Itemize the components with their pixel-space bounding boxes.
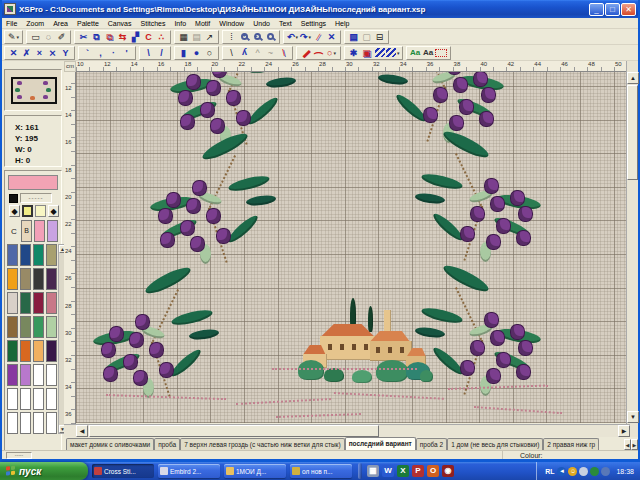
pattern-tab[interactable]: 2 правая ниж гр bbox=[543, 438, 599, 450]
thread-dashes-box[interactable]: ----- bbox=[20, 193, 52, 203]
menu-window[interactable]: Window bbox=[219, 20, 244, 27]
draw-pencil-tool[interactable]: ✎▾ bbox=[7, 31, 20, 43]
draw-pencil-tool-dropdown-icon[interactable]: ▾ bbox=[17, 31, 20, 43]
palette-color-swatch[interactable] bbox=[7, 412, 18, 434]
motif-rotate[interactable]: C bbox=[142, 31, 155, 43]
text-tool[interactable]: Aa bbox=[422, 47, 435, 59]
full-cross-stitch[interactable]: ✕ bbox=[7, 47, 20, 59]
menu-palette[interactable]: Palette bbox=[77, 20, 99, 27]
media-icon[interactable]: ◉ bbox=[442, 465, 454, 477]
menu-area[interactable]: Area bbox=[53, 20, 68, 27]
diamond-button-left[interactable]: ◆ bbox=[9, 205, 20, 217]
palette-color-swatch[interactable] bbox=[20, 268, 31, 290]
palette-c-label[interactable]: C bbox=[9, 227, 19, 236]
filled-bead[interactable]: ● bbox=[190, 47, 203, 59]
quarter-stitch-1[interactable]: ` bbox=[81, 47, 94, 59]
palette-color-swatch[interactable] bbox=[33, 268, 44, 290]
view-monitor[interactable]: ▦ bbox=[177, 31, 190, 43]
taskbar-button[interactable]: ол нов п... bbox=[290, 464, 352, 478]
select-rect-tool[interactable]: ▭ bbox=[29, 31, 42, 43]
palette-color-swatch[interactable] bbox=[20, 244, 31, 266]
palette-color-swatch[interactable] bbox=[20, 412, 31, 434]
palette-color-swatch[interactable] bbox=[7, 292, 18, 314]
undo-dropdown-icon[interactable]: ▾ bbox=[296, 31, 299, 43]
export-back[interactable]: ⊟ bbox=[373, 31, 386, 43]
quarter-stitch-2[interactable]: , bbox=[94, 47, 107, 59]
palette-header-swatch[interactable]: B bbox=[21, 220, 32, 242]
pattern-tab[interactable]: 1 дом (не весь для стыковки) bbox=[447, 438, 543, 450]
three-quarter-stitch-1[interactable]: ✗ bbox=[20, 47, 33, 59]
word-icon[interactable]: W bbox=[382, 465, 394, 477]
palette-color-swatch[interactable] bbox=[7, 340, 18, 362]
menu-motif[interactable]: Motif bbox=[195, 20, 210, 27]
taskbar-button[interactable]: Cross Sti... bbox=[92, 464, 154, 478]
palette-color-swatch[interactable] bbox=[7, 244, 18, 266]
palette-color-swatch[interactable] bbox=[20, 340, 31, 362]
select-lasso-tool[interactable]: ◌ bbox=[42, 31, 55, 43]
curve-wave[interactable]: ~ bbox=[264, 47, 277, 59]
menu-help[interactable]: Help bbox=[335, 20, 349, 27]
palette-color-swatch[interactable] bbox=[20, 364, 31, 386]
pattern-tab[interactable]: макет домик с оливочками bbox=[66, 438, 154, 450]
palette-color-swatch[interactable] bbox=[46, 364, 57, 386]
backstitch-red[interactable]: \ bbox=[277, 47, 290, 59]
menu-file[interactable]: File bbox=[6, 20, 17, 27]
palette-color-swatch[interactable] bbox=[20, 388, 31, 410]
palette-color-swatch[interactable] bbox=[46, 316, 57, 338]
undo[interactable]: ↶▾ bbox=[286, 31, 299, 43]
maximize-button[interactable]: □ bbox=[605, 3, 620, 16]
motif-paste[interactable]: ⧉ bbox=[103, 31, 116, 43]
language-indicator[interactable]: RL bbox=[545, 468, 554, 475]
pattern-tab[interactable]: проба bbox=[154, 438, 180, 450]
motif-resize[interactable]: ⇆ bbox=[116, 31, 129, 43]
scroll-right-icon[interactable]: ▶ bbox=[618, 425, 630, 437]
menu-text[interactable]: Text bbox=[279, 20, 292, 27]
palette-color-swatch[interactable] bbox=[33, 412, 44, 434]
palette-color-swatch[interactable] bbox=[46, 268, 57, 290]
stitch-canvas[interactable] bbox=[76, 72, 630, 423]
palette-color-swatch[interactable] bbox=[33, 292, 44, 314]
menu-zoom[interactable]: Zoom bbox=[26, 20, 44, 27]
yellow-selected-swatch[interactable] bbox=[22, 205, 33, 217]
pattern-select[interactable] bbox=[435, 47, 448, 59]
text-tool-color[interactable]: Aa bbox=[409, 47, 422, 59]
scroll-left-icon[interactable]: ◀ bbox=[76, 425, 88, 437]
menu-stitches[interactable]: Stitches bbox=[141, 20, 166, 27]
palette-color-swatch[interactable] bbox=[46, 388, 57, 410]
browser-icon[interactable]: O bbox=[427, 465, 439, 477]
pattern-tab-active[interactable]: последний вариант bbox=[345, 437, 416, 450]
redo-dropdown-icon[interactable]: ▾ bbox=[309, 31, 312, 43]
vertical-scroll-thumb[interactable] bbox=[627, 85, 638, 180]
palette-color-swatch[interactable] bbox=[20, 316, 31, 338]
open-bead[interactable]: ○ bbox=[203, 47, 216, 59]
bead-tool[interactable]: ▣ bbox=[360, 47, 373, 59]
pointer-arrow[interactable]: ↗ bbox=[203, 31, 216, 43]
network-icon[interactable] bbox=[579, 467, 588, 476]
pattern-tab[interactable]: 7 верхн левая гроздь (с частью ниж ветки… bbox=[180, 438, 344, 450]
minimize-button[interactable]: _ bbox=[589, 3, 604, 16]
calculator-icon[interactable]: ▦ bbox=[367, 465, 379, 477]
antivirus-icon[interactable] bbox=[590, 467, 599, 476]
excel-icon[interactable]: X bbox=[397, 465, 409, 477]
backstitch-black[interactable]: \ bbox=[225, 47, 238, 59]
select-freehand-tool[interactable]: ✐ bbox=[55, 31, 68, 43]
start-button[interactable]: пуск bbox=[0, 462, 88, 480]
volume-icon[interactable] bbox=[601, 467, 610, 476]
motif-points[interactable]: ∴ bbox=[155, 31, 168, 43]
pen-swap[interactable]: ∕ bbox=[312, 31, 325, 43]
taskbar-button[interactable]: Embird 2... bbox=[158, 464, 220, 478]
palette-color-swatch[interactable] bbox=[7, 388, 18, 410]
palette-color-swatch[interactable] bbox=[33, 364, 44, 386]
backstitch-lines[interactable] bbox=[373, 47, 386, 59]
palette-color-swatch[interactable] bbox=[7, 364, 18, 386]
view-sheet[interactable]: ▤ bbox=[190, 31, 203, 43]
language-bar-icon[interactable]: ◄ bbox=[557, 467, 566, 476]
zoom-out[interactable]: - bbox=[251, 31, 264, 43]
motif-mirror[interactable]: ▞ bbox=[129, 31, 142, 43]
curve-red[interactable]: ( bbox=[312, 47, 325, 59]
current-color-swatch[interactable] bbox=[8, 175, 58, 190]
horizontal-scrollbar[interactable]: ◀ ▶ bbox=[64, 424, 630, 437]
three-quarter-stitch-2[interactable]: × bbox=[33, 47, 46, 59]
y-stitch[interactable]: Υ bbox=[59, 47, 72, 59]
quarter-stitch-4[interactable]: ' bbox=[120, 47, 133, 59]
